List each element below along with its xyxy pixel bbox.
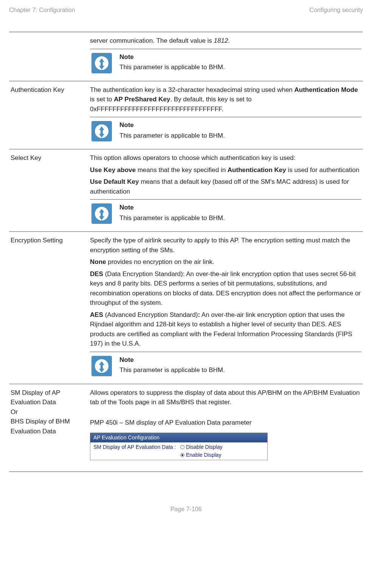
radio-option-disable[interactable]: Disable Display: [180, 443, 264, 451]
text-bold: Authentication Mode: [294, 86, 358, 93]
header-right: Configuring security: [310, 7, 363, 14]
note-title: Note: [119, 120, 361, 130]
text-bold: DES: [90, 270, 103, 278]
param-desc: The authentication key is a 32-character…: [88, 81, 363, 149]
text: server communication. The default value …: [90, 37, 214, 44]
desc-line: Use Key above means that the key specifi…: [90, 165, 361, 175]
param-label-empty: [9, 32, 88, 81]
text: means that the key specified in: [136, 166, 228, 174]
header-left: Chapter 7: Configuration: [9, 7, 75, 14]
table-row: Select Key This option allows operators …: [9, 149, 363, 232]
note-icon: [91, 203, 112, 224]
note-callout: Note This parameter is applicable to BHM…: [90, 49, 361, 77]
desc-line: Specify the type of airlink security to …: [90, 236, 361, 255]
text: .: [228, 37, 230, 44]
note-title: Note: [119, 355, 361, 365]
param-label: Select Key: [9, 149, 88, 231]
desc-line: This option allows operators to choose w…: [90, 153, 361, 163]
ap-eval-body: SM Display of AP Evaluation Data : Disab…: [90, 442, 267, 460]
radio-label: Enable Display: [186, 451, 221, 459]
note-content: Note This parameter is applicable to BHM…: [119, 119, 361, 140]
table-row: Encryption Setting Specify the type of a…: [9, 232, 363, 384]
desc-line: None provides no encryption on the air l…: [90, 257, 361, 267]
param-label: Encryption Setting: [9, 232, 88, 384]
text: (Advanced Encryption Standard): [103, 311, 198, 318]
desc-line: Use Default Key means that a default key…: [90, 177, 361, 196]
radio-label: Disable Display: [186, 443, 222, 451]
note-title: Note: [119, 52, 361, 62]
text: (Data Encryption Standard): An over-the-…: [90, 270, 361, 307]
radio-icon: [180, 453, 184, 457]
ap-eval-options: Disable Display Enable Display: [180, 443, 264, 459]
text-bold: AES: [90, 311, 103, 318]
param-desc: Allows operators to suppress the display…: [88, 384, 363, 472]
note-icon: [91, 53, 112, 73]
note-icon: [91, 356, 112, 376]
parameter-table: server communication. The default value …: [9, 32, 363, 472]
note-content: Note This parameter is applicable to BHM…: [119, 354, 361, 375]
note-callout: Note This parameter is applicable to BHM…: [90, 117, 361, 145]
note-text: This parameter is applicable to BHM.: [119, 213, 361, 223]
note-text: This parameter is applicable to BHM.: [119, 365, 361, 375]
label-line: Or: [11, 407, 84, 417]
text-bold: Authentication Key: [228, 166, 286, 174]
text-bold: None: [90, 258, 106, 265]
page-header: Chapter 7: Configuration Configuring sec…: [9, 7, 363, 14]
page-footer: Page 7-106: [9, 506, 363, 513]
note-title: Note: [119, 203, 361, 213]
label-line: BHS Display of BHM Evaluation Data: [11, 417, 84, 436]
ap-eval-title: AP Evaluation Configuration: [90, 433, 267, 442]
text-bold: Use Key above: [90, 166, 136, 174]
text: provides no encryption on the air link.: [106, 258, 214, 265]
note-text: This parameter is applicable to BHM.: [119, 131, 361, 141]
table-row: SM Display of AP Evaluation Data Or BHS …: [9, 384, 363, 472]
text-bold: AP PreShared Key: [114, 96, 170, 103]
text: The authentication key is a 32-character…: [90, 86, 294, 93]
note-icon: [91, 121, 112, 141]
radio-option-enable[interactable]: Enable Display: [180, 451, 264, 459]
default-value: 1812: [214, 37, 228, 44]
table-row: Authentication Key The authentication ke…: [9, 81, 363, 150]
ap-eval-config-widget: AP Evaluation Configuration SM Display o…: [90, 433, 361, 460]
note-callout: Note This parameter is applicable to BHM…: [90, 199, 361, 228]
label-line: SM Display of AP Evaluation Data: [11, 388, 84, 407]
param-desc: server communication. The default value …: [88, 32, 363, 81]
note-text: This parameter is applicable to BHM.: [119, 62, 361, 72]
ap-eval-config-box: AP Evaluation Configuration SM Display o…: [90, 433, 268, 460]
desc-line: PMP 450i – SM display of AP Evaluation D…: [90, 418, 361, 428]
param-label: SM Display of AP Evaluation Data Or BHS …: [9, 384, 88, 472]
param-desc: This option allows operators to choose w…: [88, 149, 363, 231]
desc-line: Allows operators to suppress the display…: [90, 388, 361, 407]
note-content: Note This parameter is applicable to BHM…: [119, 51, 361, 72]
note-content: Note This parameter is applicable to BHM…: [119, 202, 361, 223]
param-desc: Specify the type of airlink security to …: [88, 232, 363, 384]
radio-icon: [180, 445, 184, 449]
desc-line: AES (Advanced Encryption Standard): An o…: [90, 310, 361, 349]
text: is used for authentication: [286, 166, 360, 174]
desc-line: DES (Data Encryption Standard): An over-…: [90, 269, 361, 308]
param-label: Authentication Key: [9, 81, 88, 149]
text: is set to: [90, 96, 114, 103]
text-bold: Use Default Key: [90, 178, 139, 185]
note-callout: Note This parameter is applicable to BHM…: [90, 352, 361, 380]
ap-eval-field-label: SM Display of AP Evaluation Data :: [93, 443, 180, 451]
table-row: server communication. The default value …: [9, 32, 363, 81]
desc-line: The authentication key is a 32-character…: [90, 85, 361, 114]
desc-line: server communication. The default value …: [90, 36, 361, 46]
